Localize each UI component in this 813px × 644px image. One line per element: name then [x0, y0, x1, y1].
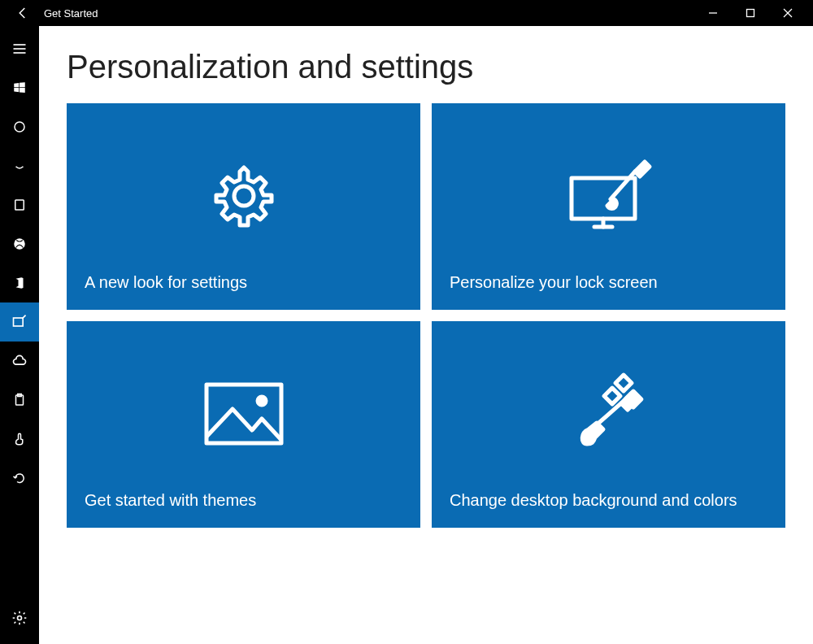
tile-themes[interactable]: Get started with themes: [67, 321, 420, 528]
tile-label: Get started with themes: [85, 491, 402, 510]
tile-background-colors[interactable]: Change desktop background and colors: [432, 321, 785, 528]
cloud-icon: [11, 353, 28, 369]
sidebar-item-refresh[interactable]: [0, 459, 39, 498]
sidebar-item-cloud[interactable]: [0, 342, 39, 381]
hamburger-icon: [11, 41, 28, 57]
maximize-icon: [746, 8, 755, 18]
titlebar: Get Started: [0, 0, 813, 26]
back-button[interactable]: [7, 0, 39, 26]
minimize-icon: [708, 8, 718, 18]
windows-icon: [12, 80, 27, 95]
tile-label: A new look for settings: [85, 273, 402, 292]
sidebar-item-personalize[interactable]: [0, 302, 39, 342]
gear-icon: [11, 610, 28, 626]
refresh-icon: [12, 471, 27, 485]
office-icon: [12, 276, 27, 290]
svg-rect-18: [207, 385, 281, 443]
sidebar-item-windows[interactable]: [0, 68, 39, 107]
swatches-brush-icon: [564, 369, 654, 459]
tablet-icon: [12, 198, 27, 212]
sidebar-item-feedback[interactable]: [0, 146, 39, 185]
content-area: Personalization and settings A new look …: [39, 26, 813, 644]
sidebar-item-cortana[interactable]: [0, 107, 39, 146]
maximize-button[interactable]: [732, 0, 769, 26]
svg-point-9: [14, 238, 25, 250]
smile-icon: [12, 159, 27, 173]
page-title: Personalization and settings: [67, 49, 785, 85]
svg-point-13: [18, 616, 22, 620]
tile-label: Change desktop background and colors: [450, 491, 767, 510]
svg-rect-21: [604, 388, 620, 404]
touch-icon: [12, 432, 27, 446]
tile-label: Personalize your lock screen: [450, 273, 767, 292]
clipboard-icon: [12, 393, 27, 407]
xbox-icon: [12, 237, 27, 251]
monitor-brush-icon: [560, 155, 658, 237]
svg-point-19: [258, 397, 266, 405]
svg-rect-20: [615, 375, 632, 391]
sidebar-item-settings[interactable]: [0, 598, 39, 637]
svg-rect-1: [747, 10, 754, 17]
sidebar-item-clipboard[interactable]: [0, 381, 39, 420]
sidebar-item-office[interactable]: [0, 263, 39, 302]
sidebar-item-tablet[interactable]: [0, 185, 39, 224]
sidebar-item-xbox[interactable]: [0, 224, 39, 263]
svg-point-14: [234, 186, 254, 206]
close-icon: [783, 8, 793, 18]
tile-lock-screen[interactable]: Personalize your lock screen: [432, 103, 785, 310]
close-button[interactable]: [769, 0, 806, 26]
sidebar: [0, 26, 39, 644]
arrow-left-icon: [15, 6, 30, 20]
circle-icon: [12, 120, 27, 134]
svg-rect-8: [15, 200, 24, 210]
sidebar-item-touch[interactable]: [0, 420, 39, 459]
window-title: Get Started: [44, 7, 98, 20]
gear-icon: [203, 155, 285, 237]
minimize-button[interactable]: [694, 0, 732, 26]
tiles-grid: A new look for settings Personalize your…: [67, 103, 785, 528]
personalize-icon: [11, 314, 28, 330]
tile-settings-look[interactable]: A new look for settings: [67, 103, 420, 310]
picture-icon: [195, 373, 293, 455]
svg-rect-10: [14, 318, 24, 326]
sidebar-hamburger[interactable]: [0, 29, 39, 68]
svg-point-7: [15, 122, 24, 132]
